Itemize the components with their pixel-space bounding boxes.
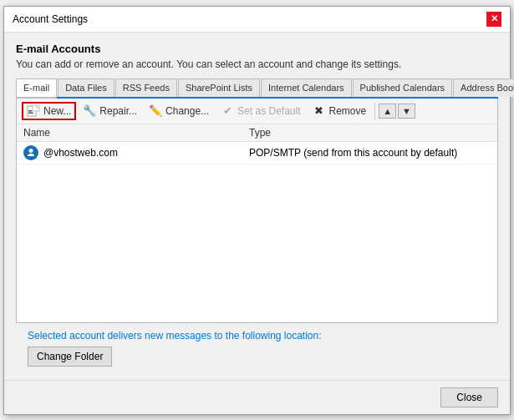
account-icon <box>23 145 38 160</box>
tab-address-books[interactable]: Address Books <box>453 78 514 97</box>
title-bar: Account Settings ✕ <box>4 7 510 33</box>
footer-area: Selected account delivers new messages t… <box>16 323 498 367</box>
account-type-cell: POP/SMTP (send from this account by defa… <box>249 147 491 159</box>
account-name-cell: @vhostweb.com <box>23 145 249 160</box>
dialog-content: E-mail Accounts You can add or remove an… <box>4 33 510 375</box>
col-header-type: Type <box>249 127 491 139</box>
close-dialog-button[interactable]: Close <box>440 387 498 407</box>
new-label: New... <box>43 105 71 117</box>
set-default-icon: ✔ <box>221 104 234 118</box>
tab-published-calendars[interactable]: Published Calendars <box>353 78 453 97</box>
svg-rect-4 <box>28 111 33 112</box>
account-email: @vhostweb.com <box>43 147 118 159</box>
change-folder-button[interactable]: Change Folder <box>28 347 112 367</box>
repair-icon: 🔧 <box>83 104 96 118</box>
move-up-button[interactable]: ▲ <box>379 104 396 119</box>
tab-internet-calendars[interactable]: Internet Calendars <box>261 78 352 97</box>
svg-rect-3 <box>28 110 32 111</box>
tab-sharepoint-lists[interactable]: SharePoint Lists <box>178 78 260 97</box>
move-down-button[interactable]: ▼ <box>398 104 415 119</box>
toolbar-separator <box>374 103 375 119</box>
new-button[interactable]: New... <box>22 102 76 120</box>
tab-rss-feeds[interactable]: RSS Feeds <box>115 78 177 97</box>
change-icon: ✏️ <box>149 104 162 118</box>
account-settings-dialog: Account Settings ✕ E-mail Accounts You c… <box>3 6 511 415</box>
set-default-label: Set as Default <box>237 105 300 117</box>
section-description: You can add or remove an account. You ca… <box>16 58 498 70</box>
remove-icon: ✖ <box>312 104 325 118</box>
footer-text-static: Selected account delivers new messages t… <box>28 330 322 342</box>
repair-button[interactable]: 🔧 Repair... <box>78 102 142 120</box>
repair-label: Repair... <box>99 105 137 117</box>
email-toolbar: New... 🔧 Repair... ✏️ Change... ✔ Set as… <box>17 99 497 124</box>
tab-data-files[interactable]: Data Files <box>58 78 115 97</box>
remove-label: Remove <box>328 105 366 117</box>
change-label: Change... <box>165 105 209 117</box>
tab-bar: E-mail Data Files RSS Feeds SharePoint L… <box>16 78 498 99</box>
svg-rect-2 <box>28 113 33 114</box>
remove-button[interactable]: ✖ Remove <box>307 102 371 120</box>
section-title: E-mail Accounts <box>16 43 498 55</box>
footer-text: Selected account delivers new messages t… <box>28 330 486 342</box>
tab-email[interactable]: E-mail <box>16 78 57 99</box>
tab-panel-email: New... 🔧 Repair... ✏️ Change... ✔ Set as… <box>16 99 498 323</box>
new-icon <box>27 104 40 118</box>
col-header-name: Name <box>23 127 249 139</box>
dialog-footer: Close <box>4 380 510 414</box>
list-header: Name Type <box>17 124 497 142</box>
set-default-button[interactable]: ✔ Set as Default <box>216 102 305 120</box>
window-close-button[interactable]: ✕ <box>486 12 501 27</box>
accounts-list: @vhostweb.com POP/SMTP (send from this a… <box>17 142 497 322</box>
table-row[interactable]: @vhostweb.com POP/SMTP (send from this a… <box>17 142 497 164</box>
dialog-title: Account Settings <box>13 13 88 25</box>
change-button[interactable]: ✏️ Change... <box>144 102 214 120</box>
tabs-container: E-mail Data Files RSS Feeds SharePoint L… <box>16 78 498 323</box>
